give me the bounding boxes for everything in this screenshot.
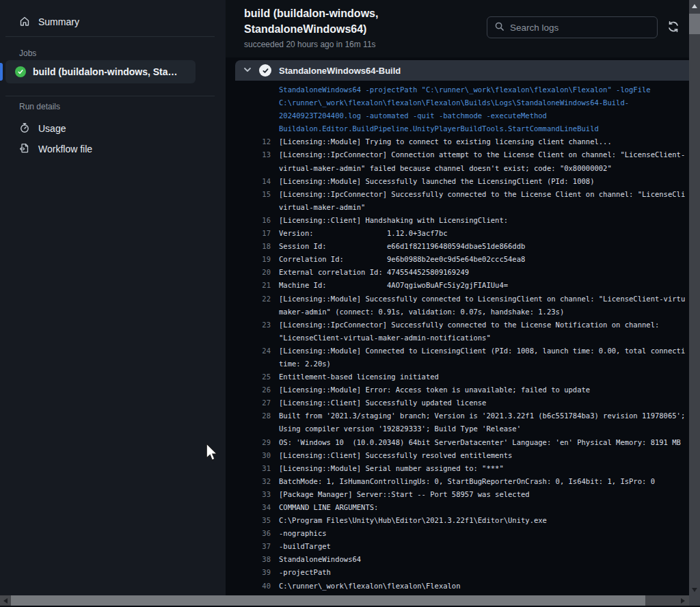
log-row: 29OS: 'Windows 10 (10.0.20348) 64bit Ser… bbox=[226, 436, 689, 449]
scroll-up-arrow[interactable] bbox=[692, 4, 697, 8]
log-line-text: [Licensing::Module] Connected to Licensi… bbox=[279, 345, 689, 358]
scroll-down-arrow[interactable] bbox=[692, 588, 697, 592]
log-line-number[interactable]: 13 bbox=[226, 148, 271, 161]
log-line-number[interactable]: 12 bbox=[226, 135, 271, 148]
log-row: 28Built from '2021.3/staging' branch; Ve… bbox=[226, 409, 689, 422]
log-row: 38StandaloneWindows64 bbox=[226, 553, 689, 566]
log-line-number bbox=[226, 358, 271, 370]
log-line-number[interactable]: 27 bbox=[226, 396, 271, 409]
log-line-text: virtual-maker-admin" bbox=[279, 201, 689, 214]
log-row: maker-admin" (connect: 0.91s, validation… bbox=[226, 306, 689, 319]
log-line-number bbox=[226, 109, 271, 122]
log-line-number bbox=[226, 122, 271, 135]
log-line-number[interactable]: 17 bbox=[226, 227, 271, 240]
log-row: 35C:\Program Files\Unity\Hub\Editor\2021… bbox=[226, 514, 689, 527]
log-line-text: Buildalon.Editor.BuildPipeline.UnityPlay… bbox=[279, 122, 689, 135]
log-step-header[interactable]: StandaloneWindows64-Build bbox=[235, 60, 689, 81]
log-line-text: [Licensing::Module] Trying to connect to… bbox=[279, 135, 689, 148]
log-line-text: C:\Program Files\Unity\Hub\Editor\2021.3… bbox=[279, 514, 689, 527]
log-line-text: virtual-maker-admin" failed because chan… bbox=[279, 162, 689, 175]
log-line-number[interactable]: 26 bbox=[226, 383, 271, 396]
log-line-number[interactable]: 15 bbox=[226, 188, 271, 201]
jobs-section-label: Jobs bbox=[19, 49, 36, 58]
log-line-text: Built from '2021.3/staging' branch; Vers… bbox=[279, 409, 689, 422]
log-line-text: C:\runner\_work\flexalon\flexalon\Flexal… bbox=[279, 96, 689, 109]
log-line-number bbox=[226, 96, 271, 109]
log-line-text: 20240923T204400.log -automated -quit -ba… bbox=[279, 109, 689, 122]
log-line-text: [Licensing::Module] Error: Access token … bbox=[279, 383, 689, 396]
log-line-number[interactable]: 36 bbox=[226, 527, 271, 540]
log-row: 39-projectPath bbox=[226, 566, 689, 579]
log-line-number[interactable]: 35 bbox=[226, 514, 271, 527]
chevron-down-icon[interactable] bbox=[243, 66, 252, 76]
file-code-icon bbox=[19, 143, 30, 156]
log-line-number[interactable]: 23 bbox=[226, 319, 271, 332]
log-line-number[interactable]: 25 bbox=[226, 370, 271, 383]
stopwatch-icon bbox=[19, 122, 30, 135]
log-line-number[interactable]: 24 bbox=[226, 345, 271, 358]
log-line-number[interactable]: 32 bbox=[226, 475, 271, 488]
sidebar-usage-label: Usage bbox=[38, 123, 66, 134]
log-line-text: Using compiler version '192829333'; Buil… bbox=[279, 422, 689, 435]
scroll-right-arrow[interactable] bbox=[681, 598, 685, 604]
log-line-number[interactable]: 30 bbox=[226, 449, 271, 462]
log-line-number[interactable]: 22 bbox=[226, 293, 271, 306]
sidebar-item-job-build[interactable]: build (buildalon-windows, Sta… bbox=[5, 60, 196, 83]
log-line-text: -nographics bbox=[279, 527, 689, 540]
log-row: 18Session Id: e66d1f821196480594dbae51de… bbox=[226, 240, 689, 253]
log-row: 30[Licensing::Client] Successfully resol… bbox=[226, 449, 689, 462]
sidebar-item-summary[interactable]: Summary bbox=[19, 15, 79, 29]
log-row: Buildalon.Editor.BuildPipeline.UnityPlay… bbox=[226, 122, 689, 135]
log-line-text: Correlation Id: 9e6b0988b2ee0c9d5e64be02… bbox=[279, 253, 689, 266]
horizontal-scrollbar[interactable] bbox=[0, 595, 700, 606]
step-success-check-icon bbox=[259, 64, 271, 77]
log-row: C:\runner\_work\flexalon\flexalon\Flexal… bbox=[226, 96, 689, 109]
success-check-icon bbox=[15, 66, 26, 77]
log-line-text: maker-admin" (connect: 0.91s, validation… bbox=[279, 306, 689, 319]
log-line-number[interactable]: 31 bbox=[226, 462, 271, 475]
search-icon bbox=[494, 21, 504, 34]
log-line-number[interactable]: 28 bbox=[226, 409, 271, 422]
log-row: 26[Licensing::Module] Error: Access toke… bbox=[226, 383, 689, 396]
log-row: 20External correlation Id: 4745544525809… bbox=[226, 266, 689, 279]
log-line-text: [Licensing::Module] Successfully launche… bbox=[279, 175, 689, 188]
log-row: virtual-maker-admin" bbox=[226, 201, 689, 214]
log-line-number[interactable]: 29 bbox=[226, 436, 271, 449]
log-row: Using compiler version '192829333'; Buil… bbox=[226, 422, 689, 435]
log-console: StandaloneWindows64-Build StandaloneWind… bbox=[226, 57, 689, 595]
refresh-logs-button[interactable] bbox=[666, 20, 681, 35]
horizontal-scrollbar-thumb[interactable] bbox=[11, 595, 645, 606]
log-line-number bbox=[226, 422, 271, 435]
sidebar-summary-label: Summary bbox=[38, 16, 79, 27]
log-line-number[interactable]: 33 bbox=[226, 488, 271, 501]
log-line-number[interactable]: 34 bbox=[226, 501, 271, 514]
main-panel: build (buildalon-windows, StandaloneWind… bbox=[226, 0, 689, 595]
log-line-text: Session Id: e66d1f821196480594dbae51de86… bbox=[279, 240, 689, 253]
run-status-summary: succeeded 20 hours ago in 16m 11s bbox=[244, 40, 376, 49]
log-line-number[interactable]: 21 bbox=[226, 279, 271, 292]
log-line-number[interactable]: 16 bbox=[226, 214, 271, 227]
log-row: "LicenseClient-virtual-maker-admin-notif… bbox=[226, 332, 689, 345]
log-line-text: [Licensing::IpcConnector] Successfully c… bbox=[279, 319, 689, 332]
log-row: StandaloneWindows64 -projectPath "C:\run… bbox=[226, 83, 689, 96]
vertical-scrollbar[interactable] bbox=[689, 0, 700, 595]
search-logs-box[interactable] bbox=[487, 16, 658, 38]
page-title: build (buildalon-windows, StandaloneWind… bbox=[244, 5, 401, 37]
log-line-text: -buildTarget bbox=[279, 540, 689, 553]
log-step-title: StandaloneWindows64-Build bbox=[279, 66, 401, 76]
log-line-number[interactable]: 37 bbox=[226, 540, 271, 553]
log-line-number[interactable]: 40 bbox=[226, 580, 271, 593]
sidebar-item-usage[interactable]: Usage bbox=[19, 122, 66, 135]
search-logs-input[interactable] bbox=[510, 23, 650, 33]
log-line-text: Entitlement-based licensing initiated bbox=[279, 370, 689, 383]
log-line-number[interactable]: 18 bbox=[226, 240, 271, 253]
log-line-number[interactable]: 39 bbox=[226, 566, 271, 579]
scroll-left-arrow[interactable] bbox=[3, 598, 8, 604]
log-line-number[interactable]: 38 bbox=[226, 553, 271, 566]
log-line-number[interactable]: 19 bbox=[226, 253, 271, 266]
log-line-number[interactable]: 20 bbox=[226, 266, 271, 279]
vertical-scrollbar-thumb[interactable] bbox=[689, 14, 700, 34]
sidebar-item-workflow-file[interactable]: Workflow file bbox=[19, 142, 92, 156]
sync-icon bbox=[667, 25, 680, 36]
log-line-number[interactable]: 14 bbox=[226, 175, 271, 188]
